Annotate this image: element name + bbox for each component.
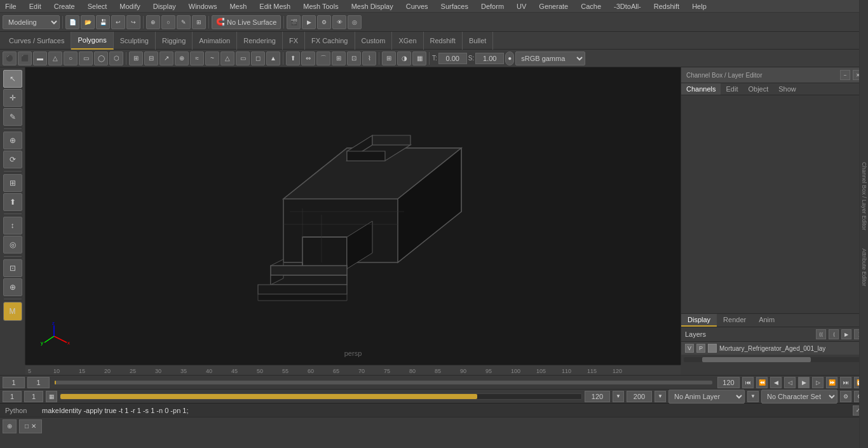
menu-generate[interactable]: Generate bbox=[536, 3, 571, 10]
maya-icon-sidebar[interactable]: M bbox=[3, 302, 22, 321]
menu-windows[interactable]: Windows bbox=[186, 3, 220, 10]
show-hide-button[interactable]: 👁 bbox=[332, 15, 346, 29]
layer-vis-button[interactable]: V bbox=[685, 344, 694, 353]
menu-cache[interactable]: Cache bbox=[578, 3, 604, 10]
menu-deform[interactable]: Deform bbox=[478, 3, 506, 10]
menu-mesh-tools[interactable]: Mesh Tools bbox=[301, 3, 341, 10]
cone-prim-button[interactable]: △ bbox=[48, 51, 62, 65]
wireframe-button[interactable]: ⊞ bbox=[382, 51, 396, 65]
snap-grid-button[interactable]: ⊞ bbox=[192, 15, 206, 29]
channels-tab[interactable]: Channels bbox=[681, 83, 721, 95]
extrude-button[interactable]: ⬆ bbox=[286, 51, 300, 65]
taskbar-maya-window[interactable]: □ ✕ bbox=[19, 419, 42, 433]
tab-fx-caching[interactable]: FX Caching bbox=[305, 32, 355, 50]
menu-3dtoa[interactable]: -3DtoAll- bbox=[611, 3, 644, 10]
char-settings-button[interactable]: ⚙ bbox=[840, 391, 851, 402]
layers-option-2[interactable]: ⟨ bbox=[829, 329, 839, 339]
tab-polygons[interactable]: Polygons bbox=[71, 32, 113, 50]
translate-x-input[interactable]: 0.00 bbox=[438, 53, 467, 64]
anim-tab[interactable]: Anim bbox=[752, 314, 781, 327]
menu-redshift[interactable]: Redshift bbox=[651, 3, 682, 10]
gamma-dropdown[interactable]: sRGB gamma bbox=[515, 51, 585, 65]
go-start-button[interactable]: ⏮ bbox=[742, 377, 754, 388]
reduce-button[interactable]: ▲ bbox=[266, 51, 280, 65]
tab-bullet[interactable]: Bullet bbox=[463, 32, 494, 50]
menu-surfaces[interactable]: Surfaces bbox=[438, 3, 471, 10]
next-key-button[interactable]: ▷ bbox=[812, 377, 824, 388]
select-tool-sidebar[interactable]: ↖ bbox=[3, 70, 22, 88]
live-surface-button[interactable]: 🧲 No Live Surface bbox=[212, 15, 281, 29]
layer-row[interactable]: V P Mortuary_Refrigerator_Aged_001_lay bbox=[681, 342, 868, 355]
layer-playback-button[interactable]: P bbox=[696, 344, 705, 353]
bridge-button[interactable]: ⇔ bbox=[301, 51, 315, 65]
loop-insert-button[interactable]: ⊞ bbox=[332, 51, 346, 65]
bevel-button[interactable]: ⌒ bbox=[316, 51, 330, 65]
quadrangulate-button[interactable]: ▭ bbox=[236, 51, 250, 65]
soft-mod-sidebar[interactable]: ⊕ bbox=[3, 278, 22, 296]
menu-curves[interactable]: Curves bbox=[403, 3, 431, 10]
cube-prim-button[interactable]: ⬛ bbox=[18, 51, 32, 65]
save-file-button[interactable]: 💾 bbox=[96, 15, 110, 29]
object-tab[interactable]: Object bbox=[743, 83, 773, 95]
menu-mesh[interactable]: Mesh bbox=[227, 3, 249, 10]
frame-range-start[interactable] bbox=[3, 391, 22, 402]
disk-prim-button[interactable]: ◯ bbox=[94, 51, 108, 65]
menu-uv[interactable]: UV bbox=[514, 3, 529, 10]
play-back-button[interactable]: ◁ bbox=[784, 377, 796, 388]
edit-tab[interactable]: Edit bbox=[721, 83, 743, 95]
render-button[interactable]: 🎬 bbox=[287, 15, 301, 29]
anim-layer-dropdown[interactable]: No Anim Layer bbox=[668, 390, 745, 404]
layers-option-1[interactable]: ⟨⟨ bbox=[816, 329, 826, 339]
down-arrow-button[interactable]: ▼ bbox=[613, 391, 624, 402]
menu-display[interactable]: Display bbox=[151, 3, 179, 10]
layers-option-3[interactable]: ▶ bbox=[841, 329, 851, 339]
select-tool-button[interactable]: ⊕ bbox=[146, 15, 160, 29]
fill-holes-button[interactable]: ◻ bbox=[251, 51, 265, 65]
menu-edit[interactable]: Edit bbox=[27, 3, 44, 10]
tab-fx[interactable]: FX bbox=[283, 32, 305, 50]
down-arrow-2-button[interactable]: ▼ bbox=[654, 391, 666, 402]
menu-mesh-display[interactable]: Mesh Display bbox=[349, 3, 396, 10]
lasso-tool-button[interactable]: ○ bbox=[161, 15, 175, 29]
platonic-prim-button[interactable]: ⬡ bbox=[109, 51, 123, 65]
crease-button[interactable]: ⌇ bbox=[362, 51, 376, 65]
average-button[interactable]: ~ bbox=[205, 51, 219, 65]
tab-rendering[interactable]: Rendering bbox=[237, 32, 283, 50]
prev-key-button[interactable]: ◀ bbox=[770, 377, 782, 388]
char-set-dropdown[interactable]: No Character Set bbox=[761, 390, 837, 404]
scale-x-input[interactable]: 1.00 bbox=[475, 53, 504, 64]
step-back-button[interactable]: ⏪ bbox=[756, 377, 768, 388]
ipr-render-button[interactable]: ▶ bbox=[302, 15, 316, 29]
channel-box-edge-label[interactable]: Channel Box / Layer Editor bbox=[860, 160, 868, 233]
tab-sculpting[interactable]: Sculpting bbox=[114, 32, 156, 50]
panel-minimize-button[interactable]: − bbox=[840, 70, 850, 80]
multi-cut-sidebar[interactable]: ⊞ bbox=[3, 174, 22, 192]
xray-button[interactable]: ◎ bbox=[348, 15, 362, 29]
gamma-toggle-button[interactable]: ● bbox=[505, 51, 514, 65]
torus-prim-button[interactable]: ○ bbox=[64, 51, 78, 65]
combine-button[interactable]: ⊞ bbox=[129, 51, 143, 65]
snap-tool-sidebar[interactable]: ⊕ bbox=[3, 132, 22, 149]
boolean-button[interactable]: ⊕ bbox=[175, 51, 189, 65]
display-tab[interactable]: Display bbox=[681, 314, 717, 327]
menu-modify[interactable]: Modify bbox=[117, 3, 142, 10]
open-file-button[interactable]: 📂 bbox=[81, 15, 95, 29]
new-file-button[interactable]: 📄 bbox=[65, 15, 79, 29]
plane-prim-button[interactable]: ▭ bbox=[79, 51, 93, 65]
tab-animation[interactable]: Animation bbox=[193, 32, 237, 50]
lattice-sidebar[interactable]: ⊡ bbox=[3, 259, 22, 277]
render-settings-button[interactable]: ⚙ bbox=[317, 15, 331, 29]
offset-button[interactable]: ⊡ bbox=[347, 51, 361, 65]
paint-select-button[interactable]: ✎ bbox=[177, 15, 191, 29]
soft-select-sidebar[interactable]: ◎ bbox=[3, 236, 22, 254]
cylinder-prim-button[interactable]: ▬ bbox=[33, 51, 47, 65]
attribute-editor-edge-label[interactable]: Attribute Editor bbox=[860, 246, 868, 289]
menu-create[interactable]: Create bbox=[51, 3, 78, 10]
uv-tool-sidebar[interactable]: ↕ bbox=[3, 217, 22, 234]
paint-tool-sidebar[interactable]: ✎ bbox=[3, 108, 22, 126]
range-120-input[interactable] bbox=[585, 391, 610, 402]
step-forward-button[interactable]: ⏩ bbox=[826, 377, 837, 388]
layers-scroll-thumb[interactable] bbox=[702, 357, 811, 362]
tab-redshift[interactable]: Redshift bbox=[424, 32, 463, 50]
menu-file[interactable]: File bbox=[3, 3, 19, 10]
